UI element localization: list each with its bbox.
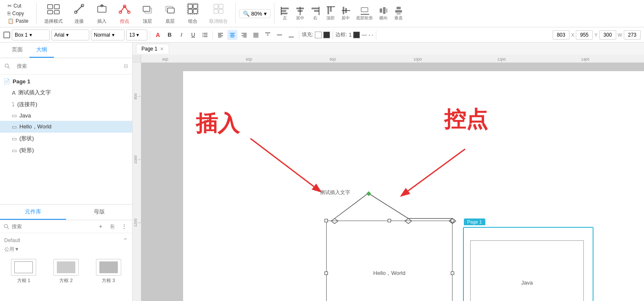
italic-button[interactable]: I — [176, 30, 186, 40]
canvas-scroll[interactable]: 插入 控点 测试插入文字 Hello，World — [141, 63, 644, 301]
canvas-text-element[interactable]: 测试插入文字 — [320, 189, 350, 196]
component-item-1[interactable]: 方框 1 — [4, 257, 43, 285]
ruler-corner — [133, 55, 141, 62]
align-middle-text-button[interactable] — [274, 30, 285, 40]
component-search-input[interactable] — [12, 224, 93, 229]
font-size-select[interactable]: 13 ▾ — [126, 29, 147, 40]
component-section: Default ⌃ 公用▼ 方框 1 方框 2 — [0, 233, 132, 291]
connect-button[interactable]: 连接 — [69, 1, 90, 26]
filter-icon[interactable]: ⊟ — [124, 63, 128, 69]
align-bottom-rect-button[interactable]: 底部矩形 — [354, 5, 375, 22]
x-input[interactable] — [553, 30, 569, 40]
bold-button[interactable]: B — [165, 30, 175, 40]
tree-item-text1[interactable]: A 测试插入文字 — [0, 87, 132, 99]
section-collapse-icon[interactable]: ⌃ — [123, 237, 128, 244]
group-button[interactable]: 组合 — [182, 1, 203, 26]
select-mode-button[interactable]: 选择模式 — [40, 1, 67, 26]
align-bottom-text-button[interactable] — [286, 30, 296, 40]
bottom-layer-button[interactable]: 底层 — [160, 1, 181, 26]
align-horizontal-button[interactable]: 横向 — [376, 5, 391, 22]
align-vertical-button[interactable]: 垂直 — [391, 5, 406, 22]
ruler-horizontal: 400 600 800 1000 1200 1400 — [141, 55, 644, 62]
font-select[interactable]: Arial ▾ — [51, 29, 89, 40]
tab-outline[interactable]: 大纲 — [29, 43, 54, 58]
align-right-label: 右 — [313, 15, 317, 21]
svg-rect-22 — [187, 3, 198, 14]
bottom-left-toolbar: ＋ ⎘ ⋮ — [0, 220, 132, 233]
insert-button[interactable]: 插入 — [91, 1, 112, 26]
svg-rect-17 — [168, 8, 174, 13]
canvas-tab-page1[interactable]: Page 1 ✕ — [136, 44, 169, 53]
border-value: 1 — [349, 32, 352, 38]
java-container[interactable]: Page 1 Java — [463, 227, 593, 301]
add-component-button[interactable]: ＋ — [96, 222, 105, 231]
component-item-2[interactable]: 方框 2 — [47, 257, 86, 285]
ungroup-button[interactable]: 取消组合 — [205, 1, 232, 26]
h-input[interactable] — [624, 30, 641, 40]
list-button[interactable] — [200, 30, 210, 40]
handle-tm[interactable] — [388, 219, 391, 222]
align-center-h-button[interactable]: 居中 — [293, 5, 307, 22]
style-select[interactable]: Normal ▾ — [91, 29, 125, 40]
bottom-layer-icon — [164, 3, 176, 17]
fill-color-black[interactable] — [323, 32, 330, 38]
handle-tr[interactable] — [451, 219, 454, 222]
align-right-button[interactable]: 右 — [308, 5, 322, 22]
svg-rect-50 — [397, 13, 401, 14]
component-item-3[interactable]: 方框 3 — [89, 257, 128, 285]
zoom-icon: 🔍 — [243, 11, 250, 17]
control-button[interactable]: 控点 — [114, 1, 135, 26]
component-label-3: 方框 3 — [102, 277, 115, 284]
y-input[interactable] — [576, 30, 593, 40]
handle-tl[interactable] — [325, 219, 328, 222]
helloworld-label: Hello，World — [19, 123, 51, 131]
svg-rect-35 — [314, 10, 319, 12]
tree-item-connector[interactable]: ⤵ (连接符) — [0, 99, 132, 110]
tab-master[interactable]: 母版 — [66, 205, 132, 220]
align-center-text-button[interactable] — [227, 30, 237, 40]
align-top-button[interactable]: 顶部 — [323, 5, 338, 22]
fill-label: 填充: — [302, 31, 313, 38]
tab-components[interactable]: 元件库 — [0, 205, 66, 220]
tree-item-helloworld[interactable]: ▭ Hello，World — [0, 121, 132, 133]
w-input[interactable] — [599, 30, 616, 40]
svg-rect-23 — [214, 4, 218, 8]
copy-component-button[interactable]: ⎘ — [108, 222, 117, 231]
tab-pages[interactable]: 页面 — [5, 43, 29, 58]
align-center-v-button[interactable]: 居中 — [338, 5, 353, 22]
y-label: Y — [594, 32, 597, 37]
svg-rect-2 — [48, 11, 53, 14]
underline-button[interactable]: U — [188, 30, 198, 40]
align-left-label: 左 — [283, 15, 287, 21]
align-left-button[interactable]: 左 — [278, 5, 292, 22]
tree-item-page1[interactable]: 📄 Page 1 — [0, 76, 132, 87]
shape-tree-icon: ▭ — [12, 136, 17, 142]
text-color-button[interactable]: A — [153, 30, 163, 40]
align-top-text-button[interactable] — [263, 30, 273, 40]
paste-button[interactable]: 📋 Paste — [6, 17, 30, 25]
cut-button[interactable]: ✂ Cut — [6, 2, 30, 10]
canvas-page[interactable]: 插入 控点 测试插入文字 Hello，World — [183, 71, 644, 301]
outline-search-input[interactable] — [13, 61, 121, 72]
more-component-button[interactable]: ⋮ — [120, 222, 129, 231]
fill-color-white[interactable] — [315, 32, 322, 38]
border-section: 边框: 1 — - - — [335, 31, 373, 38]
tree-item-rect[interactable]: ▭ (矩形) — [0, 144, 132, 156]
hello-world-box[interactable]: Hello，World — [326, 221, 452, 301]
copy-button[interactable]: ⎘ Copy — [6, 10, 30, 17]
align-left-text-button[interactable] — [216, 30, 226, 40]
svg-rect-47 — [386, 8, 387, 13]
top-layer-button[interactable]: 顶层 — [137, 1, 158, 26]
tree-item-shape[interactable]: ▭ (形状) — [0, 133, 132, 144]
tree-item-java[interactable]: ▭ Java — [0, 110, 132, 121]
border-color[interactable] — [353, 32, 360, 38]
element-name-select[interactable]: Box 1 ▾ — [12, 29, 50, 40]
zoom-control[interactable]: 🔍 80% ▾ — [239, 9, 271, 18]
handle-mr[interactable] — [451, 272, 454, 275]
canvas-tab-close[interactable]: ✕ — [160, 46, 164, 52]
align-right-text-button[interactable] — [239, 30, 249, 40]
java-box-inner[interactable]: Java — [470, 240, 584, 301]
align-justify-text-button[interactable] — [251, 30, 261, 40]
fmt-div-3 — [299, 31, 299, 39]
handle-ml[interactable] — [325, 272, 328, 275]
